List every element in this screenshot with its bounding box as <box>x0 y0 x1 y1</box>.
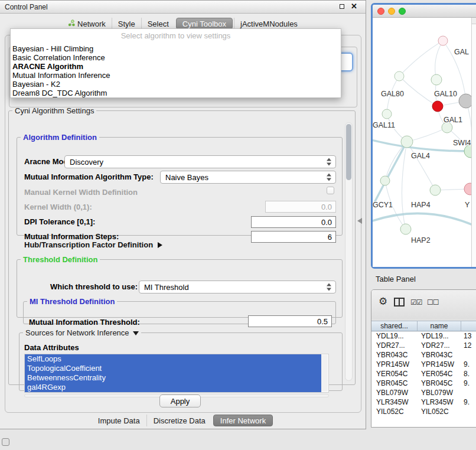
network-node[interactable] <box>431 74 442 85</box>
network-node[interactable] <box>400 224 411 234</box>
list-scrollbar[interactable] <box>321 355 328 392</box>
close-traffic-light-icon[interactable] <box>377 8 384 15</box>
table-row[interactable]: YDR27...YDR27...12 <box>371 341 476 351</box>
network-node-label: HAP4 <box>411 201 431 209</box>
tab-label: Network <box>77 19 106 28</box>
algorithm-option-basic-correlation-inference[interactable]: Basic Correlation Inference <box>11 53 341 62</box>
table-row[interactable]: YBR043CYBR043C <box>371 351 476 360</box>
network-node[interactable] <box>401 136 413 148</box>
data-attributes-list[interactable]: SelfLoopsTopologicalCoefficientBetweenne… <box>24 354 329 393</box>
table-cell: YBL079W <box>371 389 418 398</box>
attribute-item-gal4rgexp[interactable]: gal4RGexp <box>25 383 321 392</box>
table-column-header[interactable]: name <box>418 321 461 331</box>
zoom-traffic-light-icon[interactable] <box>399 8 406 15</box>
manual-kernel-label: Manual Kernel Width Definition <box>24 188 138 197</box>
expand-right-icon <box>158 242 162 248</box>
network-scrollbar[interactable] <box>471 18 476 267</box>
close-icon[interactable]: ✕ <box>351 2 357 11</box>
table-cell: YPR145W <box>371 360 418 370</box>
table-column-header[interactable] <box>461 321 476 331</box>
kernel-width-input[interactable]: 0.0 <box>265 201 336 213</box>
unchecked-columns-icon[interactable]: ☐☐ <box>427 298 439 306</box>
float-window-icon[interactable] <box>340 4 344 9</box>
algorithm-definition-groupbox: Algorithm Definition Aracne Mode: Discov… <box>17 133 343 236</box>
network-canvas[interactable]: GALGAL80GAL10GAL11GAL1SWI4GAL4GCY1HAP4YH… <box>373 18 476 267</box>
tab-label: jActiveMNodules <box>240 19 298 28</box>
table-row[interactable]: YIL052CYIL052C <box>371 407 476 417</box>
gear-icon[interactable]: ⚙ <box>379 295 387 307</box>
attribute-item-topologicalcoefficient[interactable]: TopologicalCoefficient <box>25 364 321 373</box>
mi-steps-input[interactable]: 6 <box>251 231 336 243</box>
table-header: shared...name <box>371 321 476 331</box>
table-row[interactable]: YER054CYER054C8. <box>371 370 476 379</box>
network-node-label: SWI4 <box>453 139 471 147</box>
aracne-mode-combo[interactable]: Discovery <box>64 155 336 168</box>
tab-label: Style <box>118 19 135 28</box>
columns-icon[interactable] <box>394 298 405 308</box>
network-node-label: GAL <box>454 48 469 56</box>
table-row[interactable]: YLR345WYLR345W9. <box>371 398 476 407</box>
table-row[interactable]: YDL19...YDL19...13 <box>371 332 476 341</box>
tab-style[interactable]: Style <box>112 18 141 30</box>
panel-corner-icon[interactable] <box>2 438 9 446</box>
table-cell: YER054C <box>418 370 461 379</box>
network-node[interactable] <box>430 185 441 195</box>
checked-columns-icon[interactable]: ☑☑ <box>410 298 422 306</box>
apply-button[interactable]: Apply <box>159 394 201 407</box>
dpi-tolerance-input[interactable]: 0.0 <box>251 216 336 228</box>
bottom-tabs: Impute DataDiscretize DataInfer Network <box>0 414 366 427</box>
mi-threshold-input[interactable]: 0.5 <box>248 315 332 327</box>
threshold-definition-title: Threshold Definition <box>21 255 100 264</box>
mi-threshold-groupbox: MI Threshold Definition Mutual Informati… <box>23 297 336 324</box>
network-node-label: Y <box>465 201 470 209</box>
bottom-tab-infer-network[interactable]: Infer Network <box>213 415 273 426</box>
sources-title-row[interactable]: Sources for Network Inference <box>23 328 141 337</box>
mi-type-value: Naive Bayes <box>165 173 208 182</box>
settings-scrollbar[interactable] <box>345 122 353 381</box>
algorithm-definition-title: Algorithm Definition <box>21 133 99 142</box>
network-node[interactable] <box>438 36 448 45</box>
tab-network[interactable]: Network <box>62 18 112 30</box>
table-cell: YBR043C <box>418 351 461 360</box>
table-row[interactable]: YPR145WYPR145W9. <box>371 360 476 370</box>
kernel-width-label: Kernel Width (0,1): <box>24 203 92 211</box>
attribute-item-betweennesscentrality[interactable]: BetweennessCentrality <box>25 373 321 383</box>
settings-scrollbar-thumb[interactable] <box>346 124 351 180</box>
table-cell <box>461 389 476 398</box>
network-node[interactable] <box>432 101 443 112</box>
table-row[interactable]: YBR045CYBR045C9. <box>371 379 476 389</box>
algorithm-options-list: Bayesian - Hill ClimbingBasic Correlatio… <box>11 44 341 97</box>
algorithm-option-aracne-algorithm[interactable]: ARACNE Algorithm <box>11 62 341 71</box>
algorithm-option-mutual-information-inference[interactable]: Mutual Information Inference <box>11 71 341 80</box>
algorithm-option-bayesian-k2[interactable]: Bayesian - K2 <box>11 80 341 89</box>
algorithm-option-dream8-dc-tdc-algorithm[interactable]: Dream8 DC_TDC Algorithm <box>11 89 341 97</box>
bottom-tab-impute-data[interactable]: Impute Data <box>92 415 146 426</box>
minimize-traffic-light-icon[interactable] <box>388 8 395 15</box>
mi-type-combo[interactable]: Naive Bayes <box>160 171 336 184</box>
attribute-item-selfloops[interactable]: SelfLoops <box>25 354 321 364</box>
tab-jactivemnodules[interactable]: jActiveMNodules <box>234 18 304 30</box>
manual-kernel-checkbox[interactable] <box>327 187 334 194</box>
control-panel-titlebar[interactable]: Control Panel ✕ <box>0 1 366 14</box>
hub-definition-toggle[interactable]: Hub/Transcription Factor Definition <box>24 240 162 249</box>
network-node[interactable] <box>395 71 404 81</box>
table-cell: YBL079W <box>418 389 461 398</box>
network-node[interactable] <box>380 176 390 185</box>
window-title: Control Panel <box>5 3 48 11</box>
table-cell: YER054C <box>371 370 418 379</box>
table-cell: YLR345W <box>418 398 461 407</box>
network-node[interactable] <box>382 109 392 119</box>
which-threshold-combo[interactable]: MI Threshold <box>139 281 336 294</box>
table-row[interactable]: YBL079WYBL079W <box>371 389 476 398</box>
tab-cyni-toolbox[interactable]: Cyni Toolbox <box>176 18 233 30</box>
algorithm-option-bayesian-hill-climbing[interactable]: Bayesian - Hill Climbing <box>11 44 341 53</box>
tab-select[interactable]: Select <box>141 18 175 30</box>
collapse-panel-icon[interactable] <box>357 218 362 224</box>
bottom-tab-discretize-data[interactable]: Discretize Data <box>146 415 212 426</box>
network-view-window: GALGAL80GAL10GAL11GAL1SWI4GAL4GCY1HAP4YH… <box>371 3 476 269</box>
sources-groupbox: Sources for Network Inference Data Attri… <box>19 328 343 391</box>
network-window-titlebar[interactable] <box>373 5 476 18</box>
network-node-label: GAL4 <box>411 152 430 160</box>
table-column-header[interactable]: shared... <box>371 321 418 331</box>
table-cell: YDR27... <box>371 341 418 351</box>
